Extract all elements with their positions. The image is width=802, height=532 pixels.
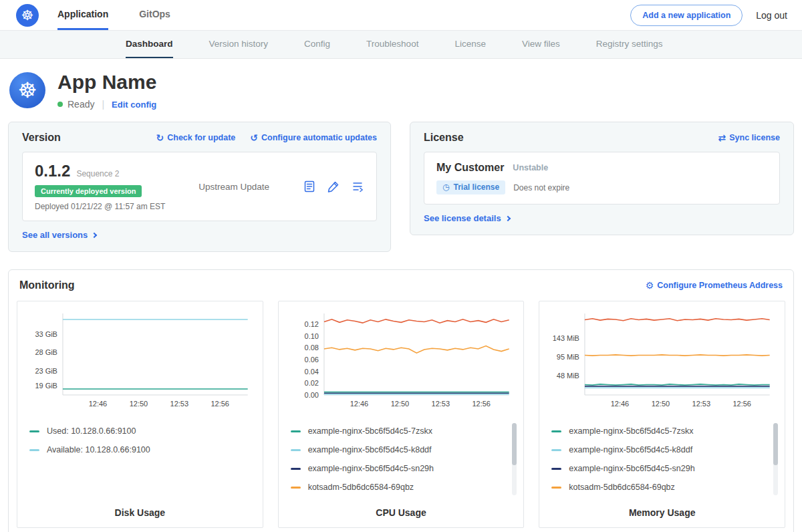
svg-text:28 GiB: 28 GiB <box>35 348 57 356</box>
svg-text:95 MiB: 95 MiB <box>557 353 579 361</box>
cpu-usage-title: CPU Usage <box>285 497 517 518</box>
svg-text:12:56: 12:56 <box>733 400 751 408</box>
customer-name: My Customer <box>436 162 504 174</box>
legend-color-dash <box>551 430 561 432</box>
subnav-tab-registry-settings[interactable]: Registry settings <box>596 31 663 58</box>
trial-license-label: Trial license <box>453 182 499 192</box>
license-card-links: ⇄ Sync license <box>718 133 780 142</box>
legend-item: Available: 10.128.0.66:9100 <box>29 440 245 459</box>
currently-deployed-badge: Currently deployed version <box>35 185 142 197</box>
configure-prometheus-label: Configure Prometheus Address <box>657 281 783 290</box>
current-version-box: 0.1.2 Sequence 2 Currently deployed vers… <box>22 152 377 221</box>
monitoring-header: Monitoring ⚙ Configure Prometheus Addres… <box>17 279 785 291</box>
legend-color-dash <box>551 449 561 451</box>
disk-usage-title: Disk Usage <box>24 497 256 518</box>
version-card: Version ↻ Check for update ↺ Configure a… <box>8 122 391 252</box>
version-info: 0.1.2 Sequence 2 Currently deployed vers… <box>35 162 165 211</box>
kubernetes-logo-icon: ☸ <box>16 4 39 27</box>
monitoring-links: ⚙ Configure Prometheus Address <box>646 281 783 290</box>
svg-text:0.00: 0.00 <box>304 391 318 399</box>
release-notes-icon[interactable] <box>303 180 316 193</box>
svg-text:12:53: 12:53 <box>170 400 188 408</box>
svg-text:48 MiB: 48 MiB <box>557 372 579 380</box>
svg-text:23 GiB: 23 GiB <box>35 367 57 375</box>
legend-scrollbar[interactable] <box>773 423 778 495</box>
legend-label: example-nginx-5bc6f5d4c5-7zskx <box>308 426 432 436</box>
sync-license-link[interactable]: ⇄ Sync license <box>718 133 780 142</box>
license-type-row: ◷ Trial license Does not expire <box>436 180 767 194</box>
memory-usage-chart: 143 MiB95 MiB48 MiB12:4612:5012:5312:56 <box>546 309 778 410</box>
memory-usage-legend: example-nginx-5bc6f5d4c5-7zskxexample-ng… <box>546 422 778 497</box>
topnav-tab-gitops[interactable]: GitOps <box>139 0 170 30</box>
svg-text:143 MiB: 143 MiB <box>553 334 579 342</box>
legend-label: kotsadm-5db6dc6584-69qbz <box>308 483 414 492</box>
check-for-update-link[interactable]: ↻ Check for update <box>156 133 235 142</box>
legend-scrollbar-thumb[interactable] <box>773 423 778 465</box>
subnav-tab-config[interactable]: Config <box>304 31 330 58</box>
license-card: License ⇄ Sync license My Customer Unsta… <box>410 122 794 235</box>
svg-text:0.04: 0.04 <box>304 368 318 376</box>
trial-license-badge: ◷ Trial license <box>436 180 505 194</box>
svg-text:19 GiB: 19 GiB <box>35 382 57 390</box>
svg-text:33 GiB: 33 GiB <box>35 330 57 338</box>
sync-icon: ⇄ <box>718 133 726 142</box>
legend-color-dash <box>29 449 39 451</box>
legend-color-dash <box>291 449 301 451</box>
svg-text:0.02: 0.02 <box>304 379 318 387</box>
app-header-text: App Name Ready | Edit config <box>57 71 156 110</box>
svg-text:12:53: 12:53 <box>431 400 449 408</box>
edit-config-icon[interactable] <box>327 180 340 193</box>
edit-config-link[interactable]: Edit config <box>112 100 156 110</box>
app-status-row: Ready | Edit config <box>57 99 156 110</box>
add-new-application-button[interactable]: Add a new application <box>630 5 743 26</box>
legend-label: example-nginx-5bc6f5d4c5-7zskx <box>569 426 693 436</box>
topnav-tab-application[interactable]: Application <box>57 0 108 30</box>
subnav-tab-view-files[interactable]: View files <box>522 31 560 58</box>
legend-color-dash <box>551 468 561 470</box>
license-card-title: License <box>424 132 464 144</box>
svg-text:0.06: 0.06 <box>304 356 318 364</box>
svg-text:12:46: 12:46 <box>89 400 107 408</box>
configure-prometheus-link[interactable]: ⚙ Configure Prometheus Address <box>646 281 783 290</box>
legend-label: Used: 10.128.0.66:9100 <box>47 426 136 436</box>
legend-label: example-nginx-5bc6f5d4c5-k8ddf <box>569 445 692 454</box>
configure-automatic-updates-link[interactable]: ↺ Configure automatic updates <box>250 133 377 142</box>
subnav-tab-troubleshoot[interactable]: Troubleshoot <box>366 31 418 58</box>
legend-item: Used: 10.128.0.66:9100 <box>29 422 245 440</box>
legend-label: example-nginx-5bc6f5d4c5-sn29h <box>308 464 434 473</box>
license-customer-row: My Customer Unstable <box>436 162 767 174</box>
monitoring-card: Monitoring ⚙ Configure Prometheus Addres… <box>8 269 794 532</box>
svg-text:12:53: 12:53 <box>692 400 710 408</box>
legend-color-dash <box>29 430 39 432</box>
subnav-tab-license[interactable]: License <box>454 31 486 58</box>
diff-icon[interactable] <box>351 180 364 193</box>
subnav-tab-version-history[interactable]: Version history <box>209 31 269 58</box>
version-card-links: ↻ Check for update ↺ Configure automatic… <box>156 133 377 142</box>
memory-usage-title: Memory Usage <box>546 497 778 518</box>
svg-text:0.12: 0.12 <box>304 320 318 328</box>
legend-color-dash <box>291 487 301 489</box>
sync-license-label: Sync license <box>729 133 780 142</box>
see-license-details-link[interactable]: See license details <box>424 213 510 223</box>
status-text: Ready <box>68 99 94 110</box>
legend-scrollbar-thumb[interactable] <box>512 423 517 465</box>
legend-color-dash <box>291 468 301 470</box>
svg-text:12:50: 12:50 <box>652 400 670 408</box>
top-navbar: ☸ Application GitOps Add a new applicati… <box>0 0 802 31</box>
svg-text:12:46: 12:46 <box>350 400 368 408</box>
charts-row: 33 GiB28 GiB23 GiB19 GiB12:4612:5012:531… <box>17 301 785 528</box>
svg-text:12:50: 12:50 <box>130 400 148 408</box>
legend-item: example-nginx-5bc6f5d4c5-k8ddf <box>291 440 507 459</box>
auto-update-icon: ↺ <box>250 133 258 142</box>
version-card-header: Version ↻ Check for update ↺ Configure a… <box>22 132 377 144</box>
legend-scrollbar[interactable] <box>512 423 517 495</box>
legend-label: Available: 10.128.0.66:9100 <box>47 445 150 454</box>
logout-link[interactable]: Log out <box>756 10 787 21</box>
chevron-right-icon <box>92 233 97 238</box>
clock-icon: ◷ <box>442 182 449 192</box>
status-dot-icon <box>57 102 63 107</box>
subnav-tab-dashboard[interactable]: Dashboard <box>126 31 173 58</box>
see-all-versions-link[interactable]: See all versions <box>22 230 96 240</box>
app-logo-icon: ☸ <box>9 72 45 108</box>
svg-text:12:56: 12:56 <box>472 400 490 408</box>
